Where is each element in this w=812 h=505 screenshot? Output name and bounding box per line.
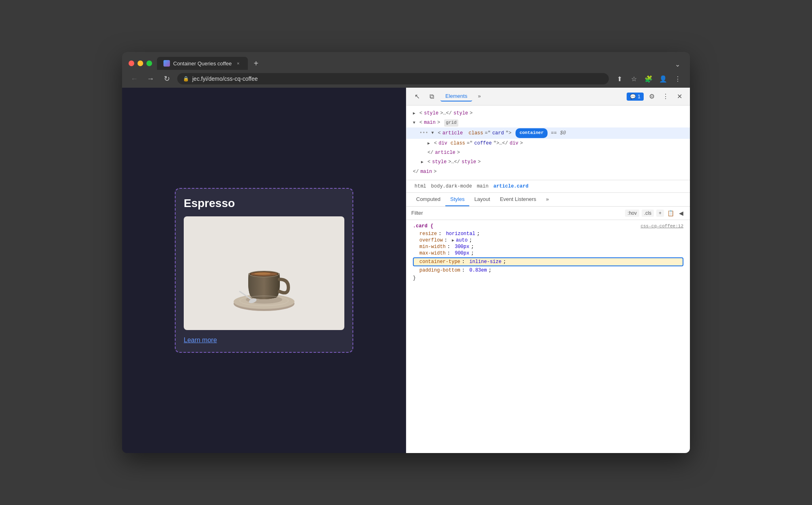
url-text: jec.fyi/demo/css-cq-coffee: [192, 76, 258, 82]
more-icon: ⋮: [662, 93, 669, 100]
close-traffic-light[interactable]: [129, 60, 134, 66]
tree-row-style[interactable]: ▶ <style>…</style>: [406, 109, 690, 118]
tab-close-button[interactable]: ×: [235, 60, 241, 67]
back-icon: ←: [131, 75, 138, 83]
breadcrumb-body[interactable]: body.dark-mode: [430, 183, 474, 190]
tree-row-article-close[interactable]: </article>: [406, 148, 690, 158]
prop-overflow: overflow : ▶ auto ;: [413, 237, 683, 244]
chat-count: 1: [638, 94, 640, 99]
menu-icon[interactable]: ⋮: [672, 73, 683, 84]
collapse-icon[interactable]: ◀: [677, 209, 685, 217]
breadcrumb-main[interactable]: main: [475, 183, 490, 190]
breadcrumb-article[interactable]: article.card: [492, 183, 530, 190]
css-rules: .card { css-cq-coffee:12 resize : horizo…: [406, 220, 690, 453]
settings-icon: ⚙: [649, 93, 655, 100]
inspector-tool-button[interactable]: ↖: [411, 91, 423, 102]
expand-icon: ▼: [432, 130, 436, 136]
grid-badge: grid: [444, 119, 458, 127]
prop-max-width: max-width : 900px ;: [413, 250, 683, 257]
address-bar: ← → ↻ 🔒 jec.fyi/demo/css-cq-coffee ⬆ ☆ 🧩…: [122, 70, 690, 88]
device-toolbar-button[interactable]: ⧉: [426, 91, 437, 102]
tab-title: Container Queries coffee: [173, 60, 232, 67]
tab-computed[interactable]: Computed: [411, 193, 445, 206]
devtools-toolbar-right: 💬 1 ⚙ ⋮ ✕: [627, 91, 685, 102]
tabs-bar: Container Queries coffee × + ⌄: [157, 57, 683, 70]
close-icon: ✕: [677, 93, 682, 100]
card-title: Espresso: [184, 197, 344, 210]
star-icon[interactable]: ☆: [628, 73, 640, 84]
styles-tabs: Computed Styles Layout Event Listeners »: [406, 193, 690, 207]
espresso-card: Espresso: [175, 188, 353, 353]
tab-favicon: [163, 60, 170, 67]
new-tab-button[interactable]: +: [249, 57, 262, 70]
breadcrumb-html[interactable]: html: [413, 183, 428, 190]
tab-event-listeners[interactable]: Event Listeners: [495, 193, 541, 206]
devtools-toolbar: ↖ ⧉ Elements » 💬 1 ⚙: [406, 88, 690, 106]
tree-row-article[interactable]: ••• ▼ <article class="card"> container =…: [406, 127, 690, 139]
tree-row-style2[interactable]: ▶ <style>…</style>: [406, 158, 690, 167]
tab-styles[interactable]: Styles: [445, 193, 469, 206]
rule-source[interactable]: css-cq-coffee:12: [640, 224, 683, 229]
prop-padding-bottom: padding-bottom : 0.83em ;: [413, 267, 683, 274]
forward-icon: →: [147, 75, 154, 83]
forward-button[interactable]: →: [145, 73, 156, 84]
back-button[interactable]: ←: [129, 73, 140, 84]
expand-icon: ▶: [427, 140, 432, 147]
prop-min-width: min-width : 300px ;: [413, 244, 683, 250]
overflow-triangle[interactable]: ▶: [452, 238, 454, 243]
devtools-panel-tabs: Elements »: [440, 91, 623, 101]
elements-tree: ▶ <style>…</style> ▼ <main> grid ••• ▼ <…: [406, 106, 690, 180]
webpage-preview: Espresso: [122, 88, 406, 453]
tab-more[interactable]: »: [473, 91, 485, 101]
url-bar[interactable]: 🔒 jec.fyi/demo/css-cq-coffee: [177, 73, 609, 84]
browser-window: Container Queries coffee × + ⌄ ← → ↻ 🔒 j…: [122, 52, 690, 453]
filter-input[interactable]: Filter: [411, 210, 622, 216]
tree-row-div[interactable]: ▶ <div class="coffee">…</div>: [406, 139, 690, 148]
extension-icon[interactable]: 🧩: [643, 73, 654, 84]
more-options-button[interactable]: ⋮: [660, 91, 671, 102]
content-area: Espresso: [122, 88, 690, 453]
tab-layout[interactable]: Layout: [469, 193, 495, 206]
css-selector: .card {: [413, 223, 433, 229]
container-badge: container: [516, 128, 548, 138]
active-tab[interactable]: Container Queries coffee ×: [157, 57, 248, 70]
css-closing-brace: }: [413, 275, 683, 281]
prop-resize: resize : horizontal ;: [413, 231, 683, 237]
prop-container-type: container-type : inline-size ;: [413, 257, 683, 266]
expand-icon: ▼: [413, 120, 418, 126]
breadcrumb-bar: html body.dark-mode main article.card: [406, 180, 690, 193]
filter-actions: :hov .cls + 📋 ◀: [625, 209, 685, 217]
title-bar: Container Queries coffee × + ⌄: [122, 52, 690, 70]
card-image: [184, 216, 344, 330]
filter-bar: Filter :hov .cls + 📋 ◀: [406, 207, 690, 220]
tree-row-main[interactable]: ▼ <main> grid: [406, 118, 690, 127]
chat-button[interactable]: 💬 1: [627, 93, 644, 101]
expand-icon: ▶: [421, 159, 426, 166]
profile-icon[interactable]: 👤: [657, 73, 669, 84]
close-devtools-button[interactable]: ✕: [674, 91, 685, 102]
hov-button[interactable]: :hov: [625, 209, 639, 217]
toolbar-icons: ⬆ ☆ 🧩 👤 ⋮: [614, 73, 683, 84]
maximize-traffic-light[interactable]: [146, 60, 152, 66]
espresso-illustration: [223, 229, 305, 318]
tab-more-styles[interactable]: »: [541, 193, 554, 206]
screenshot-icon[interactable]: 📋: [666, 209, 675, 217]
tree-row-main-close[interactable]: </main>: [406, 167, 690, 177]
tab-elements[interactable]: Elements: [440, 91, 472, 101]
learn-more-link[interactable]: Learn more: [184, 337, 217, 343]
lock-icon: 🔒: [183, 76, 189, 82]
cls-button[interactable]: .cls: [642, 209, 654, 217]
settings-button[interactable]: ⚙: [646, 91, 657, 102]
tab-menu-button[interactable]: ⌄: [672, 59, 683, 70]
chat-icon: 💬: [630, 94, 636, 99]
devtools-panel: ↖ ⧉ Elements » 💬 1 ⚙: [406, 88, 690, 453]
add-style-button[interactable]: +: [656, 209, 664, 217]
svg-point-6: [254, 272, 271, 275]
device-icon: ⧉: [430, 93, 434, 100]
reload-button[interactable]: ↻: [161, 73, 172, 84]
rule-header: .card { css-cq-coffee:12: [413, 223, 683, 229]
share-icon[interactable]: ⬆: [614, 73, 625, 84]
inspector-icon: ↖: [415, 93, 420, 100]
minimize-traffic-light[interactable]: [137, 60, 143, 66]
traffic-lights: [129, 60, 152, 66]
